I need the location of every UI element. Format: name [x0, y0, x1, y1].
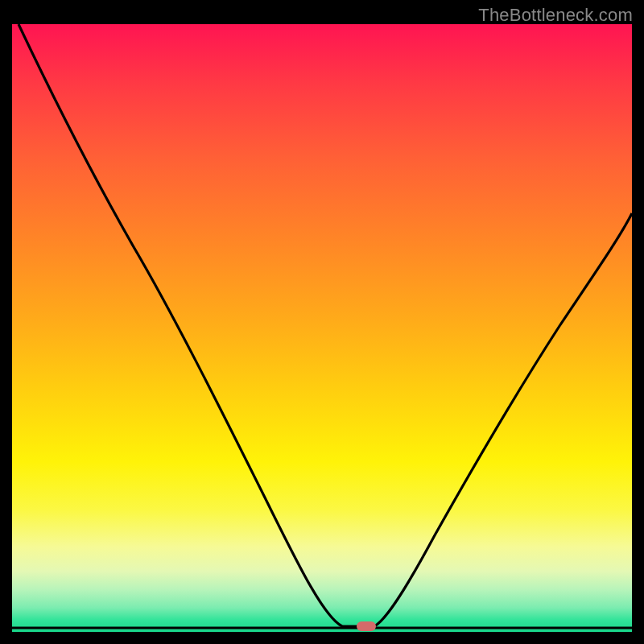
- bottleneck-curve: [12, 24, 632, 632]
- chart-container: TheBottleneck.com: [0, 0, 644, 644]
- plot-area: [12, 24, 632, 632]
- watermark-text: TheBottleneck.com: [478, 5, 633, 26]
- optimal-marker: [357, 621, 376, 631]
